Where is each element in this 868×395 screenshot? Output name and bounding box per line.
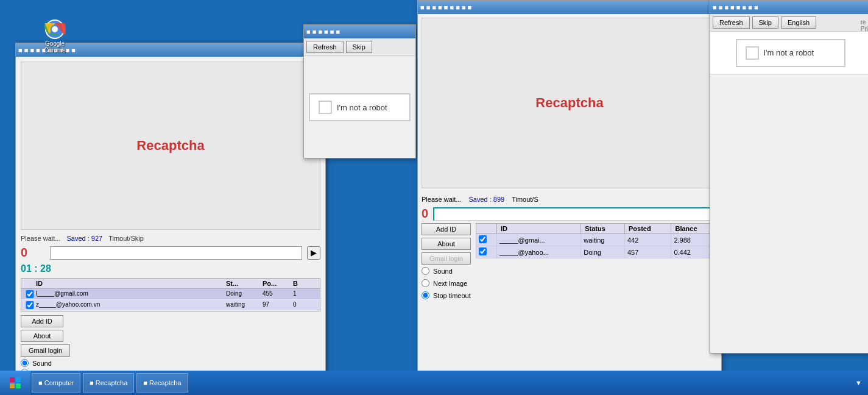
about-button-middle[interactable]: About xyxy=(422,238,471,250)
taskbar-right-area: ▼ xyxy=(855,379,868,386)
recaptcha-label-right: I'm not a robot xyxy=(764,48,814,57)
data-table-middle: ID Status Posted Blance _____@gmai... wa… xyxy=(476,223,718,258)
table-row[interactable]: _____@gmai... waiting 442 2.988 xyxy=(476,234,718,246)
row-id-mid-1: _____@gmai... xyxy=(496,234,580,246)
row-posted-1: 455 xyxy=(263,290,293,298)
english-button-right[interactable]: English xyxy=(781,16,816,29)
buttons-col-middle: Add ID About Gmail login Sound Next Imag… xyxy=(422,223,471,301)
recaptcha-checkbox-right[interactable] xyxy=(746,46,759,60)
table-row[interactable]: _____@yahoo... Doing 457 0.442 xyxy=(476,246,718,258)
main-area-middle: Add ID About Gmail login Sound Next Imag… xyxy=(422,223,718,301)
recaptcha-display-middle: Recaptcha xyxy=(422,18,718,188)
next-image-label-middle: Next Image xyxy=(433,280,467,287)
sound-radio-middle[interactable] xyxy=(422,267,429,275)
title-captcha: ■ ■ ■ ■ ■ ■ xyxy=(306,28,413,35)
row-id-2: z_____@yahoo.com.vn xyxy=(36,301,226,309)
row-status-mid-2: Doing xyxy=(581,246,625,258)
stop-timeout-radio-middle[interactable] xyxy=(422,291,429,299)
row-check-1[interactable] xyxy=(24,290,36,298)
about-button-left[interactable]: About xyxy=(21,330,63,342)
taskbar-clock: ▼ xyxy=(855,379,862,386)
start-button[interactable] xyxy=(0,371,30,395)
gmail-login-button-left[interactable]: Gmail login xyxy=(21,344,70,357)
status-saved-middle: Saved : 899 xyxy=(468,196,504,203)
recaptcha-display-left: Recaptcha xyxy=(21,62,320,230)
desktop-icon-chrome[interactable]: Google Chrome xyxy=(37,18,73,54)
btn-row3-left: Gmail login xyxy=(21,344,320,357)
window1-body: Recaptcha Please wait... Saved : 927 Tim… xyxy=(16,57,325,383)
bottom-panel-middle: Please wait... Saved : 899 Timout/S 0 Ad… xyxy=(418,192,721,390)
side-labels-right: re Pri xyxy=(861,19,868,32)
table-row[interactable]: z_____@yahoo.com.vn waiting 97 0 xyxy=(21,300,320,311)
window-left: ■ ■ ■ ■ ■ ■ ■ ■ ■ ■ _ Recaptcha Please w… xyxy=(15,43,326,384)
stop-timeout-radio-row-middle: Stop timeout xyxy=(422,291,471,299)
table-area-middle: ID Status Posted Blance _____@gmai... wa… xyxy=(476,223,718,301)
th-status-mid: Status xyxy=(581,224,625,234)
counter-row-left: 0 ▶ xyxy=(21,246,320,260)
skip-button-right[interactable]: Skip xyxy=(752,16,778,29)
side-label-re: re xyxy=(861,19,868,26)
sound-radio-row-middle: Sound xyxy=(422,267,471,275)
status-wait-middle: Please wait... xyxy=(422,196,461,203)
taskbar-item-3[interactable]: ■ Recaptcha xyxy=(136,373,188,393)
captcha-area-right: I'm not a robot re Pri xyxy=(710,32,868,74)
recaptcha-widget-right: I'm not a robot xyxy=(736,39,845,67)
row-id-1: l_____@gmail.com xyxy=(36,290,226,298)
status-timeout-middle: Timout/S xyxy=(512,196,538,203)
refresh-button-right[interactable]: Refresh xyxy=(713,16,750,29)
taskbar-item-1[interactable]: ■ Computer xyxy=(32,373,80,393)
row-check-mid-2[interactable] xyxy=(479,247,487,255)
taskbar-item-2[interactable]: ■ Recaptcha xyxy=(83,373,134,393)
row-check-2[interactable] xyxy=(24,301,36,309)
row-check-mid-1[interactable] xyxy=(479,235,487,243)
chrome-icon xyxy=(44,18,66,40)
titlebar-middle: ■ ■ ■ ■ ■ ■ ■ ■ ■ xyxy=(418,1,721,14)
sound-radio-row-left: Sound xyxy=(21,359,320,367)
col-check xyxy=(24,280,36,287)
row-posted-mid-1: 442 xyxy=(624,234,671,246)
row-status-mid-1: waiting xyxy=(581,234,625,246)
status-wait-left: Please wait... xyxy=(21,235,60,242)
row-status-1: Doing xyxy=(226,290,263,298)
window-right: ■ ■ ■ ■ ■ ■ ■ ■ Refresh Skip English I'm… xyxy=(710,0,868,354)
taskbar-label-2: ■ Recaptcha xyxy=(90,379,127,386)
svg-point-7 xyxy=(52,26,58,32)
table-left: ID St... Po... B l_____@gmail.com Doing … xyxy=(21,278,320,311)
window3-body: Recaptcha Please wait... Saved : 899 Tim… xyxy=(418,14,721,390)
add-id-button-middle[interactable]: Add ID xyxy=(422,223,471,235)
toolbar-right: Refresh Skip English xyxy=(710,14,868,32)
th-id-mid: ID xyxy=(496,224,580,234)
side-label-pri: Pri xyxy=(861,26,868,32)
counter-input-middle[interactable] xyxy=(433,207,718,221)
next-image-radio-middle[interactable] xyxy=(422,279,429,287)
window-middle: ■ ■ ■ ■ ■ ■ ■ ■ ■ Recaptcha Please wait.… xyxy=(417,0,722,390)
table-row[interactable]: l_____@gmail.com Doing 455 1 xyxy=(21,289,320,300)
btn-row2-left: About xyxy=(21,330,320,342)
counter-btn-left[interactable]: ▶ xyxy=(307,246,320,260)
col-id: ID xyxy=(36,280,226,287)
counter-input-left[interactable] xyxy=(50,246,302,260)
row-posted-mid-2: 457 xyxy=(624,246,671,258)
row-balance-2: 0 xyxy=(293,301,317,309)
status-timeout-left: Timout/Skip xyxy=(108,235,144,242)
sound-radio-left[interactable] xyxy=(21,359,29,367)
recaptcha-label-middle: Recaptcha xyxy=(535,95,603,111)
gmail-login-button-middle[interactable]: Gmail login xyxy=(422,252,471,265)
add-id-button-left[interactable]: Add ID xyxy=(21,315,63,327)
recaptcha-checkbox[interactable] xyxy=(319,101,332,114)
row-posted-2: 97 xyxy=(263,301,293,309)
status-bar-left: Please wait... Saved : 927 Timout/Skip xyxy=(21,235,320,242)
refresh-button-captcha[interactable]: Refresh xyxy=(306,41,344,53)
recaptcha-label-left: Recaptcha xyxy=(136,138,204,154)
title-middle: ■ ■ ■ ■ ■ ■ ■ ■ ■ xyxy=(420,4,719,11)
skip-button-captcha[interactable]: Skip xyxy=(346,41,372,53)
timer-left: 01 : 28 xyxy=(21,263,320,274)
titlebar-right: ■ ■ ■ ■ ■ ■ ■ ■ xyxy=(710,1,868,14)
col-posted: Po... xyxy=(263,280,293,287)
stop-timeout-label-middle: Stop timeout xyxy=(433,292,471,299)
title-right: ■ ■ ■ ■ ■ ■ ■ ■ xyxy=(713,4,868,11)
recaptcha-check-area: I'm not a robot xyxy=(309,93,411,121)
captcha-content: I'm not a robot xyxy=(304,56,415,158)
th-check-mid xyxy=(476,224,497,234)
window-captcha: ■ ■ ■ ■ ■ ■ Refresh Skip I'm not a robot xyxy=(303,24,416,158)
